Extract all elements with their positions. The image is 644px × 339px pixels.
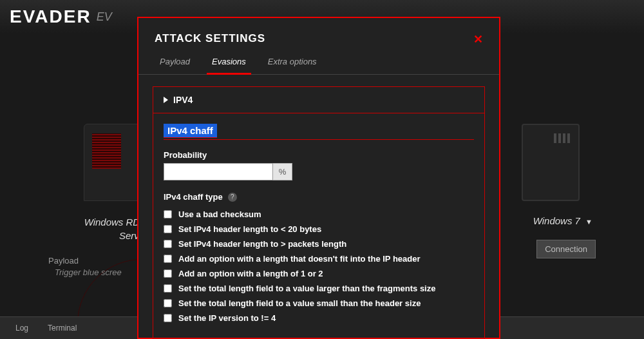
ipv4-section: IPV4 IPv4 chaff Probability % IPv4 chaff…: [153, 86, 485, 339]
modal-title: ATTACK SETTINGS: [155, 32, 265, 46]
ipv4-section-toggle[interactable]: IPV4: [153, 87, 484, 113]
chaff-option-checkbox[interactable]: [164, 255, 172, 263]
chaff-option-label: Set the total length field to a value la…: [178, 284, 435, 293]
modal-header: ATTACK SETTINGS ✕: [138, 18, 499, 53]
logo-sub: EV: [97, 10, 112, 24]
chaff-option-checkbox[interactable]: [164, 240, 172, 248]
footer-tab-log[interactable]: Log: [15, 324, 28, 333]
tab-evasions[interactable]: Evasions: [207, 53, 251, 75]
checkbox-row: Add an option with a length that doesn't…: [164, 254, 474, 264]
checkbox-row: Set the IP version to != 4: [164, 313, 474, 323]
chaff-option-checkbox[interactable]: [164, 210, 172, 218]
chaff-option-label: Set IPv4 header length to < 20 bytes: [178, 224, 321, 234]
checkbox-row: Set the total length field to a value sm…: [164, 298, 474, 308]
ipv4-header-text: IPV4: [173, 95, 193, 105]
probability-input-row: %: [164, 163, 474, 180]
checkbox-row: Add an option with a length of 1 or 2: [164, 269, 474, 278]
probability-input[interactable]: [164, 163, 273, 180]
device-target: [522, 124, 580, 201]
modal-body: IPV4 IPv4 chaff Probability % IPv4 chaff…: [138, 75, 499, 339]
chevron-down-icon: ▼: [585, 218, 592, 226]
attacker-label: Windows RDP . Service: [48, 215, 151, 242]
close-icon[interactable]: ✕: [473, 32, 483, 46]
section-divider: [164, 139, 474, 140]
tab-extra[interactable]: Extra options: [263, 53, 322, 74]
percent-unit-button[interactable]: %: [273, 163, 292, 180]
chaff-option-checkbox[interactable]: [164, 269, 172, 278]
ipv4-chaff-section: IPv4 chaff Probability % IPv4 chaff type…: [153, 113, 484, 338]
chaff-option-checkbox[interactable]: [164, 299, 172, 307]
device-screen-decor: [92, 133, 121, 169]
chaff-option-label: Set the IP version to != 4: [178, 313, 276, 323]
help-icon[interactable]: ?: [228, 193, 237, 202]
target-os-text: Windows 7: [533, 215, 580, 226]
ipv4-chaff-title: IPv4 chaff: [164, 124, 217, 138]
payload-heading: Payload: [48, 256, 79, 266]
checkbox-row: Use a bad checksum: [164, 209, 474, 219]
tab-payload[interactable]: Payload: [155, 53, 195, 74]
logo-main: EVADER: [10, 6, 91, 27]
target-label[interactable]: Windows 7 ▼: [533, 215, 592, 226]
chaff-type-text: IPv4 chaff type: [164, 192, 223, 202]
attack-settings-modal: ATTACK SETTINGS ✕ Payload Evasions Extra…: [137, 17, 500, 339]
checkbox-row: Set IPv4 header length to > packets leng…: [164, 239, 474, 249]
chaff-option-label: Add an option with a length of 1 or 2: [178, 269, 323, 278]
probability-label: Probability: [164, 150, 474, 160]
chevron-right-icon: [164, 97, 168, 103]
chaff-option-checkbox[interactable]: [164, 225, 172, 233]
chaff-option-label: Use a bad checksum: [178, 209, 261, 219]
footer-tab-terminal[interactable]: Terminal: [48, 324, 77, 333]
chaff-option-label: Set the total length field to a value sm…: [178, 298, 421, 308]
chaff-option-label: Add an option with a length that doesn't…: [178, 254, 421, 264]
chaff-option-label: Set IPv4 header length to > packets leng…: [178, 239, 346, 249]
connection-button[interactable]: Connection: [536, 240, 596, 258]
payload-description: Trigger blue scree: [55, 267, 122, 277]
chaff-option-checkbox[interactable]: [164, 284, 172, 293]
chaff-type-label: IPv4 chaff type ?: [164, 192, 474, 202]
device-slots: [554, 133, 570, 143]
chaff-option-checkbox[interactable]: [164, 314, 172, 322]
checkbox-row: Set IPv4 header length to < 20 bytes: [164, 224, 474, 234]
modal-tabs: Payload Evasions Extra options: [138, 53, 499, 75]
checkbox-row: Set the total length field to a value la…: [164, 284, 474, 293]
